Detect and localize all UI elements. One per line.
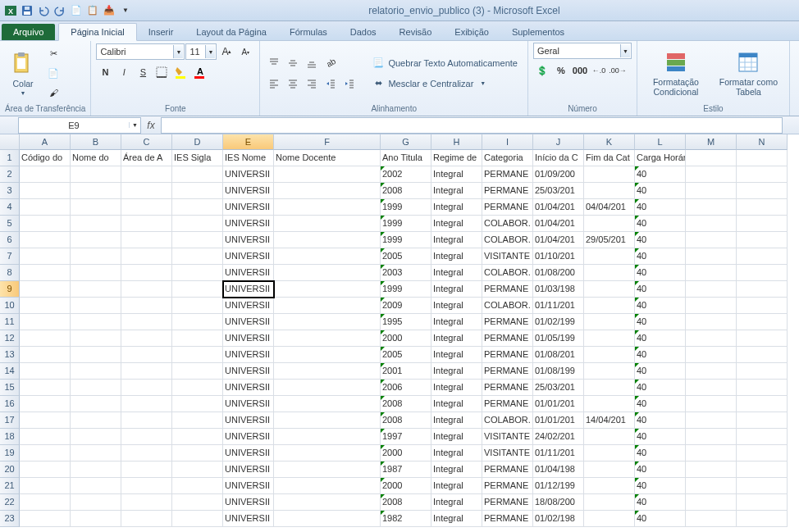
cell[interactable]: 1999	[381, 199, 431, 216]
cell[interactable]	[737, 494, 788, 511]
cell[interactable]: PERMANE	[482, 380, 533, 396]
cell[interactable]: 1982	[381, 511, 431, 527]
cell[interactable]	[172, 347, 223, 363]
cell[interactable]: 40	[635, 396, 686, 412]
cell[interactable]	[686, 380, 737, 396]
increase-indent-button[interactable]	[340, 75, 358, 93]
align-left-button[interactable]	[265, 75, 283, 93]
cell[interactable]	[172, 314, 223, 330]
cell[interactable]: 29/05/201	[584, 232, 635, 248]
row-header[interactable]: 2	[0, 166, 20, 183]
cell[interactable]: Integral	[431, 347, 482, 363]
cell[interactable]: 01/12/199	[533, 478, 584, 494]
cell[interactable]: UNIVERSII	[223, 429, 274, 445]
cell[interactable]	[71, 445, 121, 462]
currency-button[interactable]: 💲	[533, 61, 551, 80]
cell[interactable]: 2005	[381, 347, 431, 363]
cell[interactable]: UNIVERSII	[223, 183, 274, 199]
orientation-button[interactable]: ab	[322, 54, 340, 72]
cell[interactable]	[274, 166, 381, 183]
cell[interactable]	[71, 298, 121, 314]
cell[interactable]: Integral	[431, 380, 482, 396]
cell[interactable]	[172, 412, 223, 429]
cell[interactable]: Integral	[431, 183, 482, 199]
cell[interactable]: Início da C	[533, 150, 584, 166]
comma-button[interactable]: 000	[571, 61, 589, 80]
increase-decimal-button[interactable]: ←.0	[590, 61, 608, 80]
cell[interactable]	[584, 478, 635, 494]
cell[interactable]: 40	[635, 330, 686, 347]
cell[interactable]	[172, 363, 223, 380]
cell[interactable]	[274, 248, 381, 265]
align-center-button[interactable]	[284, 75, 302, 93]
cell[interactable]: Integral	[431, 429, 482, 445]
cell[interactable]: 2000	[381, 330, 431, 347]
cell[interactable]: 40	[635, 363, 686, 380]
cell[interactable]	[20, 445, 71, 462]
col-header[interactable]: L	[635, 134, 686, 150]
cell[interactable]	[686, 199, 737, 216]
cell[interactable]: 01/10/201	[533, 248, 584, 265]
cell[interactable]: PERMANE	[482, 314, 533, 330]
cell[interactable]: 40	[635, 347, 686, 363]
cell[interactable]: Código do	[20, 150, 71, 166]
cell[interactable]: Integral	[431, 314, 482, 330]
cell[interactable]	[686, 478, 737, 494]
cell[interactable]	[686, 363, 737, 380]
select-all-corner[interactable]	[0, 134, 20, 150]
cell[interactable]	[737, 363, 788, 380]
cell[interactable]	[71, 216, 121, 232]
cell[interactable]: 01/08/200	[533, 265, 584, 281]
cell[interactable]	[20, 248, 71, 265]
cell[interactable]: Área de A	[121, 150, 172, 166]
cell[interactable]	[737, 183, 788, 199]
cell[interactable]: 01/11/201	[533, 445, 584, 462]
cell[interactable]: 40	[635, 166, 686, 183]
cell[interactable]	[686, 511, 737, 527]
cell[interactable]: 40	[635, 248, 686, 265]
col-header[interactable]: K	[584, 134, 635, 150]
cell[interactable]	[584, 462, 635, 478]
qat-icon-3[interactable]: 📥	[102, 3, 116, 18]
cell[interactable]: Integral	[431, 298, 482, 314]
cell[interactable]: 2008	[381, 494, 431, 511]
tab-review[interactable]: Revisão	[388, 24, 444, 40]
cell[interactable]	[71, 281, 121, 298]
cell[interactable]: Fim da Cat	[584, 150, 635, 166]
row-header[interactable]: 10	[0, 298, 20, 314]
cell[interactable]	[737, 199, 788, 216]
cell[interactable]: 01/08/199	[533, 363, 584, 380]
cell[interactable]	[274, 314, 381, 330]
cell[interactable]: 40	[635, 265, 686, 281]
cell[interactable]: VISITANTE	[482, 445, 533, 462]
row-header[interactable]: 8	[0, 265, 20, 281]
cell[interactable]	[274, 216, 381, 232]
cell[interactable]	[71, 429, 121, 445]
cell[interactable]: 40	[635, 380, 686, 396]
cell[interactable]	[737, 396, 788, 412]
cell[interactable]	[737, 232, 788, 248]
cell[interactable]: 01/01/201	[533, 412, 584, 429]
cell[interactable]	[584, 183, 635, 199]
cell[interactable]	[274, 363, 381, 380]
cell[interactable]	[274, 412, 381, 429]
cell[interactable]: 25/03/201	[533, 380, 584, 396]
cell[interactable]: UNIVERSII	[223, 265, 274, 281]
cell[interactable]: Integral	[431, 199, 482, 216]
align-middle-button[interactable]	[284, 54, 302, 72]
fx-icon[interactable]: fx	[141, 120, 161, 131]
redo-icon[interactable]	[53, 3, 67, 18]
row-header[interactable]: 20	[0, 462, 20, 478]
row-header[interactable]: 6	[0, 232, 20, 248]
font-color-button[interactable]: A	[190, 63, 208, 81]
cell[interactable]	[274, 330, 381, 347]
cell[interactable]: 01/03/198	[533, 281, 584, 298]
cell[interactable]: IES Nome	[223, 150, 274, 166]
cell[interactable]: VISITANTE	[482, 429, 533, 445]
cell[interactable]: 1999	[381, 216, 431, 232]
cell[interactable]	[121, 347, 172, 363]
row-header[interactable]: 9	[0, 281, 20, 298]
cell[interactable]	[121, 248, 172, 265]
cell[interactable]	[20, 429, 71, 445]
cell[interactable]	[274, 232, 381, 248]
